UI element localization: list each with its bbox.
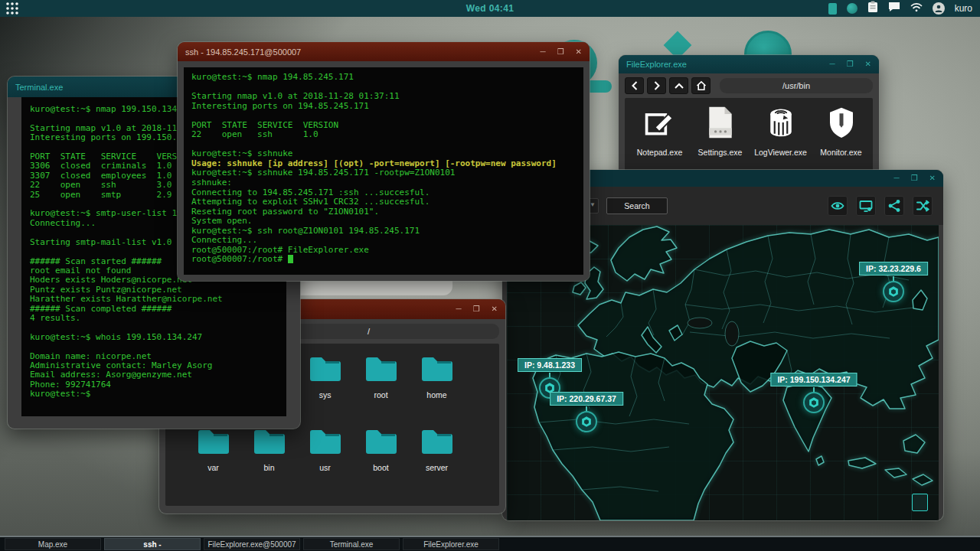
screen-share-icon[interactable]: [856, 196, 876, 216]
file-item[interactable]: Notepad.exe: [629, 106, 690, 178]
file-explorer-local-window: FileExplorer.exe ─ ❐ ✕ /usr/bin Notepad.…: [619, 55, 879, 179]
terminal-line: System open.: [191, 217, 576, 227]
minimize-icon[interactable]: ─: [830, 60, 835, 68]
folder-icon: [307, 353, 344, 386]
explorer-toolbar: /usr/bin: [619, 73, 879, 98]
chat-icon[interactable]: [888, 2, 900, 15]
tray-status-icon[interactable]: [847, 3, 858, 14]
folder-item[interactable]: usr: [297, 425, 353, 498]
map-marker[interactable]: [576, 411, 597, 432]
system-tray: kuro: [828, 1, 980, 16]
taskbar-item[interactable]: Terminal.exe: [303, 538, 400, 550]
folder-item[interactable]: server: [409, 425, 465, 498]
address-bar[interactable]: /usr/bin: [720, 78, 873, 93]
minimize-icon[interactable]: ─: [541, 48, 546, 56]
folder-item[interactable]: var: [185, 425, 241, 498]
folder-icon: [363, 425, 400, 459]
tray-device-icon[interactable]: [828, 3, 837, 15]
minimize-icon[interactable]: ─: [894, 174, 900, 182]
minimize-icon[interactable]: ─: [456, 305, 462, 313]
up-icon[interactable]: [669, 77, 688, 94]
forward-icon[interactable]: [647, 77, 666, 94]
top-bar: Wed 04:41 kuro: [0, 0, 980, 17]
user-avatar[interactable]: [933, 2, 945, 15]
terminal-line: Haratther exists Haratther@nicorpe.net: [30, 295, 278, 304]
terminal-line: [30, 342, 278, 351]
maximize-icon[interactable]: ❐: [473, 305, 480, 313]
terminal-cursor: [288, 255, 293, 263]
map-ip-label[interactable]: IP: 220.29.67.37: [550, 392, 623, 406]
maximize-icon[interactable]: ❐: [557, 48, 564, 56]
logviewer-icon: [764, 106, 798, 142]
folder-icon: [251, 425, 288, 459]
folder-item[interactable]: home: [409, 353, 465, 425]
taskbar: Map.exessh -FileExplorer.exe@500007Termi…: [0, 536, 980, 551]
close-icon[interactable]: ✕: [865, 60, 871, 68]
window-title: Terminal.exe: [15, 83, 63, 92]
folder-item[interactable]: root: [353, 353, 409, 425]
file-label: Settings.exe: [698, 148, 743, 157]
chevron-down-icon[interactable]: ▼: [590, 201, 596, 208]
eye-icon[interactable]: [828, 196, 848, 216]
file-item[interactable]: LogViewer.exe: [750, 106, 811, 178]
folder-icon: [363, 353, 400, 386]
folder-icon: [307, 425, 344, 459]
map-marker[interactable]: [883, 281, 904, 302]
close-icon[interactable]: ✕: [492, 305, 498, 313]
folder-icon: [419, 353, 456, 386]
home-icon[interactable]: [691, 77, 710, 94]
file-item[interactable]: Monitor.exe: [811, 106, 871, 178]
file-label: LogViewer.exe: [754, 148, 807, 157]
terminal-line: Connecting...: [191, 236, 576, 246]
folder-item[interactable]: boot: [353, 425, 409, 498]
ssh-window: ssh - 194.85.245.171@500007 ─ ❐ ✕ kuro@t…: [178, 42, 590, 281]
terminal-line: kuro@test:~$ sshnuke 194.85.245.171 -roo…: [191, 168, 576, 178]
map-ip-label[interactable]: IP: 9.48.1.233: [518, 358, 582, 372]
taskbar-item[interactable]: ssh -: [104, 538, 201, 550]
folder-item[interactable]: bin: [241, 425, 297, 498]
folder-icon: [195, 425, 232, 459]
terminal-line: kuro@test:~$: [30, 390, 278, 399]
folder-label: sys: [319, 390, 332, 399]
map-ip-label[interactable]: IP: 199.150.134.247: [770, 373, 857, 386]
maximize-icon[interactable]: ❐: [911, 174, 918, 182]
terminal-line: Attempting to exploit SSHv1 CRC32 ...suc…: [191, 197, 576, 207]
clipboard-icon[interactable]: [867, 1, 878, 16]
folder-item[interactable]: sys: [297, 353, 353, 425]
file-label: Notepad.exe: [637, 148, 683, 157]
window-title: ssh - 194.85.245.171@500007: [185, 47, 301, 57]
settings-icon: [705, 106, 736, 142]
search-button[interactable]: Search: [606, 197, 668, 214]
terminal-line: sshnuke:: [191, 178, 576, 188]
file-explorer-local-titlebar[interactable]: FileExplorer.exe ─ ❐ ✕: [619, 55, 879, 73]
taskbar-item[interactable]: FileExplorer.exe@500007: [204, 538, 300, 550]
file-list: Notepad.exeSettings.exeLogViewer.exeMoni…: [625, 98, 873, 178]
taskbar-item[interactable]: Map.exe: [5, 538, 101, 550]
ssh-titlebar[interactable]: ssh - 194.85.245.171@500007 ─ ❐ ✕: [178, 42, 590, 61]
folder-label: root: [374, 390, 387, 399]
terminal-line: Email address: Asorg@genzyme.net: [30, 370, 278, 380]
wifi-icon[interactable]: [910, 2, 923, 15]
map-ip-label[interactable]: IP: 32.23.229.6: [859, 262, 928, 276]
terminal-line: 22 open ssh 1.0: [191, 130, 576, 140]
desktop: Wed 04:41 kuro ─: [0, 0, 980, 551]
shuffle-icon[interactable]: [913, 196, 933, 216]
map-zoom-control[interactable]: [912, 494, 928, 511]
terminal-line: Interesting ports on 194.85.245.171: [191, 102, 576, 112]
map-marker[interactable]: [803, 392, 825, 413]
share-icon[interactable]: [884, 196, 904, 216]
monitor-icon: [826, 106, 857, 142]
taskbar-item[interactable]: FileExplorer.exe: [403, 538, 499, 550]
ssh-output[interactable]: kuro@test:~$ nmap 194.85.245.171 Startin…: [184, 67, 583, 275]
close-icon[interactable]: ✕: [929, 174, 936, 182]
terminal-line: [30, 323, 278, 332]
terminal-line: kuro@test:~$ whois 199.150.134.247: [30, 333, 278, 342]
close-icon[interactable]: ✕: [576, 48, 582, 56]
folder-label: usr: [319, 463, 331, 472]
terminal-line: 4 results.: [30, 314, 278, 323]
folder-label: server: [426, 463, 448, 472]
back-icon[interactable]: [625, 77, 644, 94]
maximize-icon[interactable]: ❐: [847, 60, 854, 68]
file-item[interactable]: Settings.exe: [690, 106, 750, 178]
terminal-line: kuro@test:~$ nmap 194.85.245.171: [191, 73, 576, 83]
